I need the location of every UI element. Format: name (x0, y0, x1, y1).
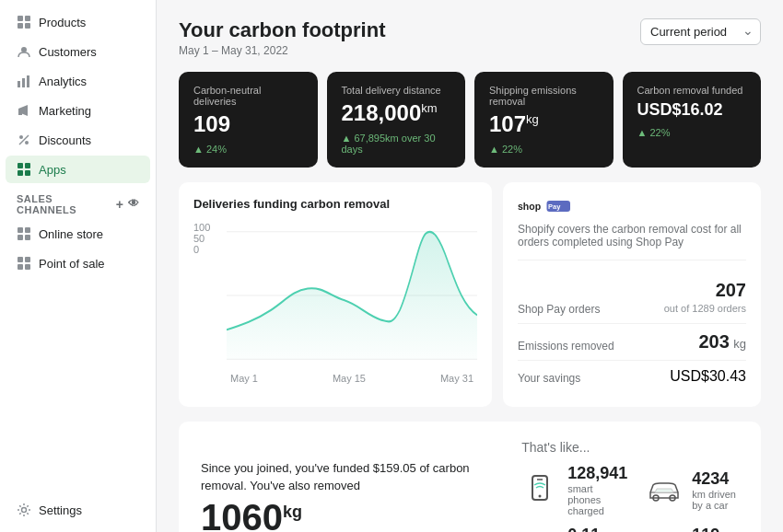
view-channel-icon[interactable]: 👁 (128, 197, 140, 212)
svg-rect-15 (25, 170, 30, 176)
sidebar-label-discounts: Discounts (39, 133, 91, 147)
svg-rect-16 (18, 227, 23, 233)
page-header: Your carbon footprint May 1 – May 31, 20… (179, 18, 761, 57)
svg-rect-21 (25, 257, 30, 262)
sidebar-label-analytics: Analytics (39, 75, 87, 88)
stat-card-0: Carbon-neutral deliveries 109 ▲ 24% (179, 72, 318, 168)
svg-rect-13 (25, 163, 30, 168)
stat-value-3: USD$16.02 (637, 101, 747, 120)
sidebar-label-online-store: Online store (39, 227, 103, 241)
shoppay-description: Shopify covers the carbon removal cost f… (518, 223, 746, 260)
equivalents-grid: 128,941 smart phones charged 4234 km dri… (521, 464, 739, 532)
sidebar-label-pos: Point of sale (39, 257, 105, 271)
svg-rect-3 (25, 23, 30, 29)
stat-card-3: Carbon removal funded USD$16.02 ▲ 22% (623, 72, 762, 168)
sidebar-item-customers[interactable]: Customers (6, 38, 150, 65)
svg-point-32 (539, 494, 542, 497)
svg-rect-0 (18, 16, 23, 21)
sidebar-item-settings[interactable]: Settings (6, 496, 150, 524)
sidebar-item-point-of-sale[interactable]: Point of sale (6, 249, 150, 277)
stat-value-1: 218,000km (342, 101, 451, 125)
svg-rect-6 (22, 78, 25, 87)
svg-rect-18 (18, 235, 23, 240)
discounts-icon (17, 133, 31, 147)
shoppay-orders-value: 207 (664, 281, 746, 299)
svg-point-10 (25, 141, 29, 145)
customers-icon (17, 44, 31, 59)
thats-like: That's like... 128,941 smart phones char… (521, 440, 739, 532)
chart-area (227, 222, 477, 369)
stat-value-0: 109 (193, 112, 303, 136)
svg-point-4 (21, 47, 27, 52)
stat-change-2: ▲ 22% (489, 144, 599, 155)
sales-channels-section: SALES CHANNELS + 👁 (0, 184, 156, 219)
thats-like-title: That's like... (521, 440, 739, 455)
y-axis: 100 50 0 (193, 222, 219, 259)
shoppay-savings-value: USD$30.43 (670, 368, 746, 385)
equiv-fuel: 119 gallons of gasoline consumed (646, 526, 739, 532)
bottom-card: Since you joined, you've funded $159.05 … (179, 422, 761, 532)
middle-row: Deliveries funding carbon removal 100 50… (179, 182, 761, 407)
add-channel-icon[interactable]: + (116, 197, 124, 212)
equiv-car-label: km driven by a car (692, 489, 739, 511)
svg-rect-23 (25, 264, 30, 270)
period-select[interactable]: Current period Previous period (640, 18, 761, 45)
svg-text:Pay: Pay (548, 202, 561, 211)
sidebar-label-marketing: Marketing (39, 104, 91, 118)
shoppay-logo-svg: shop Pay (518, 197, 573, 215)
equiv-globe: 0.11 flights around the earth (521, 526, 627, 532)
svg-rect-20 (18, 257, 23, 262)
settings-icon (17, 503, 31, 517)
stat-label-1: Total delivery distance (342, 85, 451, 96)
equiv-fuel-number: 119 (692, 526, 739, 532)
equiv-phones: 128,941 smart phones charged (521, 464, 627, 516)
bottom-big-number: 1060kg (201, 497, 302, 532)
sidebar-label-apps: Apps (39, 163, 66, 177)
sidebar-label-settings: Settings (39, 503, 82, 517)
sidebar-item-discounts[interactable]: Discounts (6, 126, 150, 154)
stat-value-2: 107kg (489, 112, 599, 136)
phone-icon (521, 472, 558, 509)
stats-row: Carbon-neutral deliveries 109 ▲ 24% Tota… (179, 72, 761, 168)
shoppay-stat-savings: Your savings USD$30.43 (518, 361, 746, 392)
svg-rect-14 (18, 170, 23, 176)
online-store-icon (17, 226, 31, 241)
bottom-intro: Since you joined, you've funded $159.05 … (201, 459, 499, 495)
chart-title: Deliveries funding carbon removal (193, 197, 477, 211)
bottom-left: Since you joined, you've funded $159.05 … (201, 459, 499, 532)
equiv-car-number: 4234 (692, 469, 739, 489)
stat-change-3: ▲ 22% (637, 127, 747, 138)
sidebar-item-online-store[interactable]: Online store (6, 220, 150, 248)
chart-x-labels: May 1 May 15 May 31 (227, 373, 477, 384)
sidebar-item-marketing[interactable]: Marketing (6, 97, 150, 124)
shoppay-orders-sub: out of 1289 orders (664, 303, 746, 314)
sidebar-item-apps[interactable]: Apps (6, 156, 150, 183)
shoppay-orders-label: Shop Pay orders (518, 303, 600, 316)
chart-card: Deliveries funding carbon removal 100 50… (179, 182, 492, 407)
stat-change-1: ▲ 67,895km over 30 days (342, 133, 451, 155)
svg-rect-22 (18, 264, 23, 270)
sidebar-label-products: Products (39, 16, 86, 29)
svg-rect-2 (18, 23, 23, 29)
stat-card-1: Total delivery distance 218,000km ▲ 67,8… (327, 72, 466, 168)
sidebar-item-products[interactable]: Products (6, 8, 150, 36)
marketing-icon (17, 103, 31, 118)
sidebar: Products Customers Analytics Marketing D… (0, 0, 157, 532)
sidebar-item-analytics[interactable]: Analytics (6, 67, 150, 95)
period-select-wrap[interactable]: Current period Previous period (640, 18, 761, 45)
equiv-phones-label: smart phones charged (567, 483, 627, 516)
page-title: Your carbon footprint (179, 18, 385, 42)
equiv-car: 4234 km driven by a car (646, 464, 739, 516)
svg-point-9 (19, 135, 23, 139)
stat-label-3: Carbon removal funded (637, 85, 747, 96)
shoppay-logo: shop Pay (518, 197, 746, 215)
svg-rect-19 (25, 235, 30, 240)
main-content: Your carbon footprint May 1 – May 31, 20… (157, 0, 783, 532)
svg-rect-7 (27, 75, 29, 87)
shoppay-card: shop Pay Shopify covers the carbon remov… (503, 182, 761, 407)
equiv-phones-number: 128,941 (567, 464, 627, 483)
apps-icon (17, 162, 31, 177)
shoppay-stat-emissions: Emissions removed 203 kg (518, 324, 746, 361)
shoppay-stat-orders: Shop Pay orders 207 out of 1289 orders (518, 273, 746, 324)
stat-label-2: Shipping emissions removal (489, 85, 599, 107)
